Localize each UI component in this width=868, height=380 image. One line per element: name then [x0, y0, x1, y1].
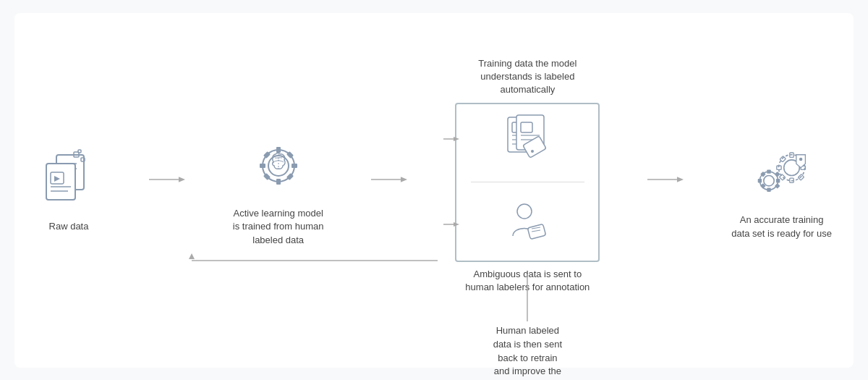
svg-point-41 [517, 204, 532, 219]
arrow-3 [647, 172, 684, 187]
active-learning-line2: is trained from human [233, 221, 324, 232]
svg-rect-19 [292, 164, 297, 168]
labeled-data-icon-area [456, 108, 598, 173]
svg-marker-40 [454, 222, 459, 227]
accurate-set-icon [749, 140, 814, 205]
svg-rect-11 [78, 150, 81, 153]
svg-rect-51 [767, 170, 770, 174]
accurate-set-label: An accurate trainingdata set is ready fo… [731, 214, 832, 240]
svg-point-69 [799, 158, 802, 161]
svg-rect-53 [757, 179, 761, 182]
middle-box [455, 103, 600, 262]
svg-marker-48 [677, 177, 684, 182]
step-raw-data: Raw data [36, 146, 101, 233]
raw-data-icon [36, 146, 101, 211]
svg-point-50 [763, 176, 773, 186]
step-active-learning: Active learning model is trained from hu… [233, 133, 324, 247]
vertical-arrow-area: Human labeled data is then sentback to r… [491, 274, 563, 380]
svg-marker-27 [454, 137, 459, 141]
raw-data-label: Raw data [49, 220, 89, 233]
box-divider [471, 182, 584, 182]
svg-rect-56 [774, 172, 780, 177]
svg-rect-18 [260, 164, 265, 168]
step-accurate-set: An accurate trainingdata set is ready fo… [731, 140, 832, 240]
feedback-arrow-svg [170, 253, 438, 340]
svg-rect-52 [767, 188, 770, 192]
arrow-into-box-top [443, 133, 459, 146]
bottom-note-label: Human labeled data is then sentback to r… [491, 324, 563, 380]
svg-marker-72 [189, 253, 195, 259]
active-learning-line3: labeled data [252, 235, 304, 245]
diagram: Raw data [14, 13, 854, 368]
active-learning-label: Active learning model is trained from hu… [233, 207, 324, 247]
human-labeler-icon-area [456, 191, 598, 256]
svg-rect-42 [527, 224, 545, 239]
svg-marker-25 [401, 177, 407, 182]
svg-rect-17 [276, 179, 281, 185]
svg-rect-54 [775, 179, 779, 182]
svg-marker-13 [179, 177, 185, 182]
vertical-arrow-icon [522, 274, 532, 321]
svg-rect-67 [779, 174, 785, 180]
active-learning-line1: Active learning model [234, 208, 323, 219]
svg-point-38 [531, 150, 534, 153]
arrow-into-box-bottom [443, 219, 459, 232]
box-top-label: Training data the modelunderstands is la… [455, 57, 600, 97]
active-learning-icon [246, 133, 311, 198]
arrow-2 [371, 172, 407, 187]
arrow-1 [149, 172, 185, 187]
svg-rect-16 [276, 147, 281, 153]
middle-section: Training data the modelunderstands is la… [455, 57, 600, 294]
